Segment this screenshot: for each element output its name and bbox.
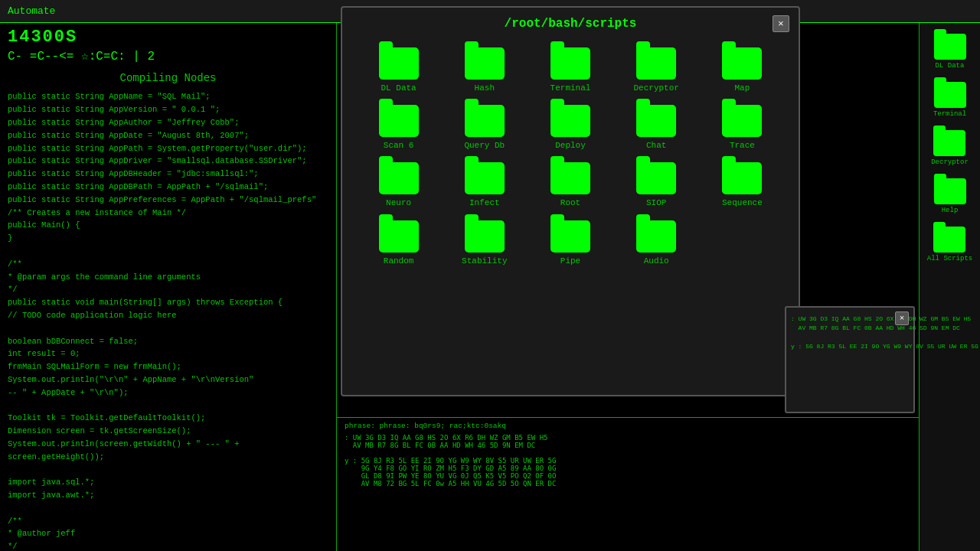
folder-item[interactable]: Chat [616,101,697,155]
folder-label: Hash [475,83,495,93]
sidebar-folder-label: DL Data [936,62,965,70]
code-line: -- " + AppDate + "\r\n"); [8,386,328,399]
sidebar-folder-label: Decryptor [931,158,969,166]
folder-icon [550,47,590,80]
code-line: public static String AppDBPath = AppPath… [8,181,328,194]
small-popup-close-button[interactable]: × [895,311,909,325]
code-line: import java.sql.*; [8,476,328,489]
code-line: /** [8,515,328,528]
sidebar-folder-icon [933,227,965,253]
sidebar-item[interactable]: Decryptor [928,127,972,169]
folder-item[interactable]: Pipe [529,217,611,270]
code-line: */ [8,283,328,296]
sidebar-folder-label: Terminal [933,110,966,118]
sidebar-folder-icon [934,178,966,204]
folder-item[interactable]: Random [358,217,439,270]
code-line: frmMain SQLMailForm = new frmMain(); [8,360,328,373]
folder-item[interactable]: Root [529,158,611,212]
folder-icon [465,162,505,194]
folder-label: Pipe [560,256,580,266]
folder-item[interactable]: Neuro [358,158,439,212]
folder-icon [722,47,762,80]
code-line: } [8,232,328,245]
compiling-nodes-label: Compiling Nodes [0,68,336,90]
folder-item[interactable]: Deploy [529,101,611,155]
code-line: System.out.println("\r\n" + AppName + "\… [8,373,328,386]
folder-item[interactable]: Terminal [529,44,611,97]
ascii-line1: 14300S [8,27,328,49]
folder-icon [379,220,419,253]
main-screen: Automate 14300S C- =C--<= ☆:C=C: | 2 Com… [0,0,980,551]
code-line: boolean bDBConnect = false; [8,335,328,348]
folder-label: Random [384,256,414,266]
folder-label: DL Data [381,83,416,93]
sidebar-folder-icon [934,82,966,108]
code-line: public static String AppVersion = " 0.0.… [8,103,328,116]
code-block: public static String AppName = "SQL Mail… [0,90,336,551]
sidebar-item[interactable]: DL Data [931,31,969,73]
folder-label: Terminal [550,83,591,93]
folder-label: Infect [469,198,500,208]
dialog-close-button[interactable]: × [773,15,789,32]
folder-item[interactable]: Decryptor [616,44,697,97]
folder-label: Map [734,83,750,93]
folder-item[interactable]: DL Data [358,44,439,97]
sidebar-item[interactable]: Terminal [930,79,969,121]
small-popup: × : UW 3G D3 IQ AA G8 HS 2O 6X R6 DH WZ … [785,306,915,413]
folder-label: Decryptor [633,83,678,93]
folder-item[interactable]: Hash [443,44,525,97]
folder-label: Scan 6 [384,141,414,151]
dialog-title: /root/bash/scripts [505,17,637,31]
code-line: public static String AppName = "SQL Mail… [8,90,328,103]
sidebar-folder-label: All Scripts [927,255,972,262]
folder-label: Chat [646,141,666,151]
bottom-terminal: phrase: phrase: bq0rs9; rac;ktc:0sakq: U… [337,417,919,551]
sidebar-item[interactable]: Help [931,175,969,217]
code-line [8,322,328,335]
folder-item[interactable]: Query Db [443,101,525,155]
folder-icon [379,47,419,80]
ascii-line2: C- =C--<= ☆:C=C: | 2 [8,49,328,65]
folder-item[interactable]: Map [701,44,783,97]
folder-label: Deploy [555,141,586,151]
folder-item[interactable]: Infect [443,158,525,212]
folder-item[interactable]: Stability [443,217,525,270]
folder-icon [636,47,676,80]
code-line: import java.awt.*; [8,489,328,502]
folder-item[interactable]: Trace [701,101,783,155]
ascii-art: 14300S C- =C--<= ☆:C=C: | 2 [0,23,336,68]
folder-item[interactable]: Scan 6 [358,101,439,155]
code-line: Toolkit tk = Toolkit.getDefaultToolkit()… [8,412,328,425]
folder-item[interactable]: Sequence [701,158,783,212]
code-line: System.out.println(screen.getWidth() + "… [8,438,328,464]
sidebar-item[interactable]: All Scripts [924,223,975,266]
folder-item[interactable]: SIOP [616,158,697,212]
code-line: public static String AppAuthor = "Jeffre… [8,116,328,129]
code-line [8,399,328,412]
code-line: public Main() { [8,219,328,232]
folder-item[interactable]: Audio [616,217,697,270]
left-panel: 14300S C- =C--<= ☆:C=C: | 2 Compiling No… [0,23,337,551]
folder-label: Stability [462,256,507,266]
app-title: Automate [8,5,55,17]
folder-label: SIOP [646,198,666,208]
folder-grid: DL DataHashTerminalDecryptorMapScan 6Que… [342,40,799,278]
code-line: // TODO code application logic here [8,309,328,322]
hex-output: : UW 3G D3 IQ AA G8 HS 2O 6X R6 DH WZ GM… [345,434,911,487]
folder-label: Trace [730,141,755,151]
code-line [8,502,328,515]
code-line: * @author jeff [8,527,328,540]
right-sidebar: DL DataTerminalDecryptorHelpAll Scripts [919,23,980,551]
sidebar-folder-icon [934,34,966,60]
folder-icon [636,105,676,137]
code-line: public static String AppDate = "August 8… [8,129,328,142]
code-line [8,464,328,477]
code-line: /** [8,258,328,271]
folder-label: Query Db [464,141,505,151]
code-line: public static String AppDBHeader = "jdbc… [8,168,328,181]
code-line: int result = 0; [8,347,328,360]
folder-icon [465,220,505,253]
code-line [8,245,328,258]
folder-icon [550,162,590,194]
folder-icon [636,220,676,253]
